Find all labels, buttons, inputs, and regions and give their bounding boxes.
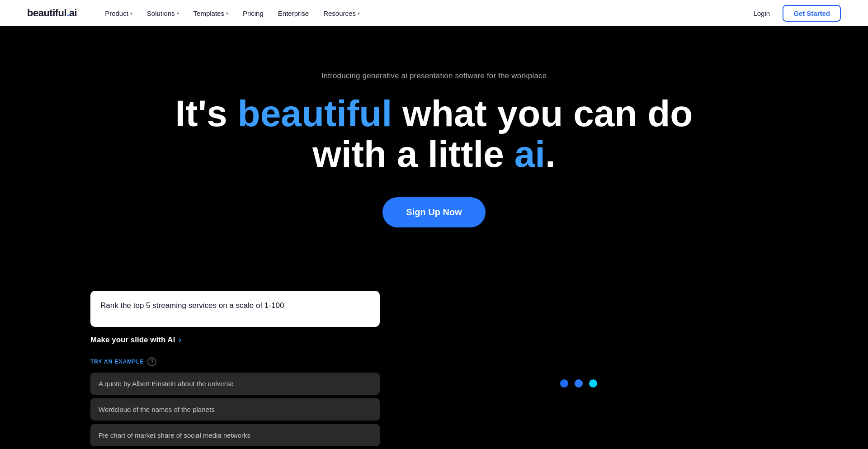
hero-title-ai: ai [514, 133, 545, 175]
try-an-example-label: TRY AN EXAMPLE [90, 359, 144, 365]
hero-subtitle: Introducing generative ai presentation s… [9, 71, 859, 80]
loading-dot-1 [560, 379, 568, 388]
nav-right: Login Get Started [748, 5, 841, 22]
login-button[interactable]: Login [748, 6, 775, 21]
chevron-down-icon: ▾ [358, 11, 360, 16]
arrow-right-icon: › [179, 335, 181, 345]
nav-item-solutions[interactable]: Solutions ▾ [142, 6, 184, 21]
demo-right-panel [380, 291, 778, 449]
nav-links: Product ▾ Solutions ▾ Templates ▾ Pricin… [99, 6, 748, 21]
demo-left-panel: Rank the top 5 streaming services on a s… [90, 291, 380, 449]
make-slide-link[interactable]: Make your slide with AI › [90, 335, 380, 345]
chevron-down-icon: ▾ [177, 11, 179, 16]
demo-input-box[interactable]: Rank the top 5 streaming services on a s… [90, 291, 380, 327]
nav-item-resources[interactable]: Resources ▾ [318, 6, 365, 21]
signup-button[interactable]: Sign Up Now [382, 197, 485, 227]
nav-item-enterprise[interactable]: Enterprise [273, 6, 314, 21]
loading-indicator [560, 379, 597, 388]
example-wordcloud-planets[interactable]: Wordcloud of the names of the planets [90, 398, 380, 421]
nav-item-pricing[interactable]: Pricing [237, 6, 269, 21]
try-label-row: TRY AN EXAMPLE ? [90, 357, 380, 366]
logo[interactable]: beautiful.ai [27, 7, 77, 19]
hero-title-part2: what you can do [402, 93, 693, 134]
hero-title-part1: It's [175, 93, 227, 134]
example-einstein-quote[interactable]: A quote by Albert Einstein about the uni… [90, 373, 380, 395]
navbar: beautiful.ai Product ▾ Solutions ▾ Templ… [0, 0, 868, 26]
demo-section: Rank the top 5 streaming services on a s… [0, 291, 868, 449]
nav-item-product[interactable]: Product ▾ [99, 6, 138, 21]
loading-dot-3 [589, 379, 597, 388]
chevron-down-icon: ▾ [226, 11, 228, 16]
chevron-down-icon: ▾ [130, 11, 132, 16]
help-icon[interactable]: ? [147, 357, 156, 366]
nav-item-templates[interactable]: Templates ▾ [188, 6, 234, 21]
example-pie-chart-social[interactable]: Pie chart of market share of social medi… [90, 424, 380, 446]
hero-title: It's beautiful what you can do with a li… [9, 93, 859, 175]
hero-section: Introducing generative ai presentation s… [0, 26, 868, 291]
get-started-button[interactable]: Get Started [783, 5, 841, 22]
loading-dot-2 [575, 379, 583, 388]
hero-title-beautiful: beautiful [238, 93, 392, 134]
hero-title-part3: with a little [312, 133, 504, 175]
demo-input-text: Rank the top 5 streaming services on a s… [100, 300, 370, 312]
